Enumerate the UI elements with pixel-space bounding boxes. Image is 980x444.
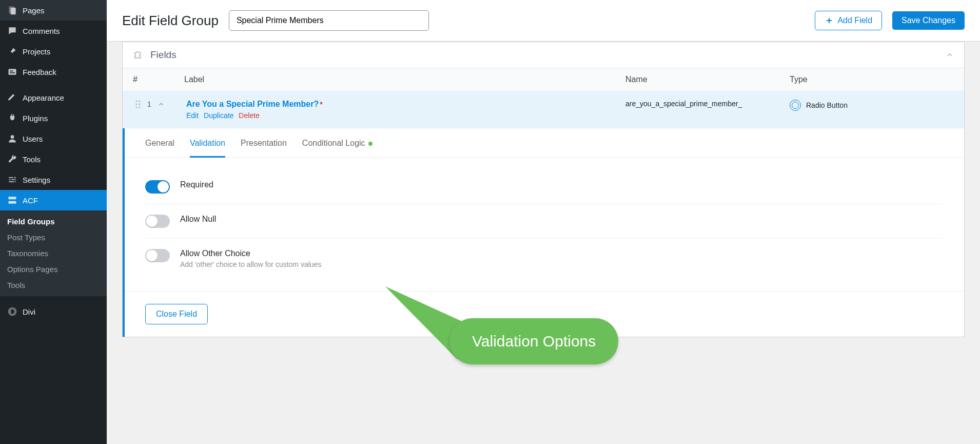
col-name: Name bbox=[625, 75, 790, 84]
sidebar-subitem-tools[interactable]: Tools bbox=[0, 277, 107, 293]
sidebar-subitem-field-groups[interactable]: Field Groups bbox=[0, 214, 107, 229]
brush-icon bbox=[7, 92, 17, 103]
sidebar-submenu: Field Groups Post Types Taxonomies Optio… bbox=[0, 210, 107, 296]
pages-icon bbox=[7, 5, 17, 15]
col-label: Label bbox=[184, 75, 625, 84]
plus-icon bbox=[825, 16, 834, 25]
plug-icon bbox=[7, 113, 17, 123]
chevron-up-icon[interactable] bbox=[158, 101, 165, 108]
field-order: 1 bbox=[147, 100, 151, 108]
sidebar-item-users[interactable]: Users bbox=[0, 128, 107, 149]
col-type: Type bbox=[790, 75, 954, 84]
sidebar-label: Settings bbox=[23, 176, 50, 184]
save-changes-button[interactable]: Save Changes bbox=[892, 11, 965, 30]
duplicate-action[interactable]: Duplicate bbox=[204, 111, 233, 120]
svg-rect-6 bbox=[9, 197, 16, 199]
sidebar-item-appearance[interactable]: Appearance bbox=[0, 87, 107, 108]
svg-point-13 bbox=[136, 107, 138, 108]
sidebar-item-plugins[interactable]: Plugins bbox=[0, 108, 107, 128]
sliders-icon bbox=[7, 175, 17, 185]
sidebar-label: Plugins bbox=[23, 114, 48, 123]
edit-action[interactable]: Edit bbox=[186, 111, 199, 120]
svg-rect-7 bbox=[9, 201, 16, 204]
sidebar-subitem-post-types[interactable]: Post Types bbox=[0, 229, 107, 245]
required-label: Required bbox=[180, 180, 213, 189]
svg-rect-4 bbox=[10, 72, 15, 73]
table-header: # Label Name Type bbox=[123, 68, 964, 91]
allow-null-label: Allow Null bbox=[180, 215, 216, 224]
allow-other-desc: Add 'other' choice to allow for custom v… bbox=[180, 260, 321, 268]
tab-conditional-logic[interactable]: Conditional Logic bbox=[302, 128, 373, 157]
group-name-input[interactable] bbox=[229, 10, 429, 31]
sidebar-item-comments[interactable]: Comments bbox=[0, 21, 107, 41]
sidebar-subitem-taxonomies[interactable]: Taxonomies bbox=[0, 245, 107, 261]
sidebar-label: Projects bbox=[23, 47, 50, 56]
sidebar-item-pages[interactable]: Pages bbox=[0, 0, 107, 21]
field-label-link[interactable]: Are You a Special Prime Member? bbox=[186, 100, 319, 108]
required-toggle[interactable] bbox=[145, 180, 170, 194]
sidebar-label: Appearance bbox=[23, 93, 64, 102]
chevron-up-icon[interactable] bbox=[946, 51, 954, 59]
top-bar: Edit Field Group Add Field Save Changes bbox=[107, 0, 980, 42]
field-name: are_you_a_special_prime_member_ bbox=[625, 100, 790, 108]
sidebar-item-acf[interactable]: ACF bbox=[0, 190, 107, 210]
acf-icon bbox=[7, 195, 17, 205]
radio-type-icon bbox=[790, 100, 801, 111]
sidebar-item-projects[interactable]: Projects bbox=[0, 41, 107, 62]
sidebar-item-divi[interactable]: Divi bbox=[0, 301, 107, 322]
col-hash: # bbox=[133, 75, 184, 84]
svg-point-9 bbox=[136, 101, 138, 102]
tab-general[interactable]: General bbox=[145, 128, 174, 157]
divi-icon bbox=[7, 306, 17, 317]
field-type: Radio Button bbox=[806, 101, 848, 109]
fields-panel: Fields # Label Name Type 1 A bbox=[122, 42, 965, 337]
svg-rect-1 bbox=[11, 8, 16, 14]
required-star: * bbox=[320, 100, 322, 108]
user-icon bbox=[7, 133, 17, 144]
field-editor: General Validation Presentation Conditio… bbox=[123, 128, 964, 337]
sidebar-item-settings[interactable]: Settings bbox=[0, 169, 107, 190]
svg-rect-3 bbox=[10, 71, 13, 72]
svg-point-5 bbox=[11, 135, 14, 139]
sidebar-label: ACF bbox=[23, 196, 38, 205]
sidebar-item-feedback[interactable]: Feedback bbox=[0, 62, 107, 82]
active-dot-icon bbox=[368, 142, 373, 146]
panel-title: Fields bbox=[150, 49, 946, 61]
close-field-button[interactable]: Close Field bbox=[145, 304, 208, 324]
puzzle-icon bbox=[133, 49, 144, 61]
allow-other-toggle[interactable] bbox=[145, 249, 170, 262]
feedback-icon bbox=[7, 67, 17, 77]
tab-presentation[interactable]: Presentation bbox=[241, 128, 287, 157]
comments-icon bbox=[7, 26, 17, 36]
drag-handle-icon[interactable] bbox=[135, 100, 141, 109]
sidebar-item-tools[interactable]: Tools bbox=[0, 149, 107, 169]
sidebar-label: Users bbox=[23, 134, 43, 143]
sidebar-label: Divi bbox=[23, 307, 35, 316]
admin-sidebar: Pages Comments Projects Feedback Appeara… bbox=[0, 0, 107, 444]
page-title: Edit Field Group bbox=[122, 13, 219, 29]
tab-validation[interactable]: Validation bbox=[190, 128, 225, 157]
pin-icon bbox=[7, 46, 17, 56]
field-row[interactable]: 1 Are You a Special Prime Member?* Edit … bbox=[123, 91, 964, 128]
svg-point-11 bbox=[136, 104, 138, 105]
svg-point-12 bbox=[139, 104, 141, 105]
allow-null-toggle[interactable] bbox=[145, 215, 170, 228]
wrench-icon bbox=[7, 154, 17, 164]
svg-point-10 bbox=[139, 101, 141, 102]
delete-action[interactable]: Delete bbox=[239, 111, 259, 120]
sidebar-label: Feedback bbox=[23, 68, 56, 76]
svg-rect-2 bbox=[9, 69, 16, 75]
add-field-button[interactable]: Add Field bbox=[815, 11, 882, 30]
sidebar-label: Comments bbox=[23, 27, 60, 35]
sidebar-subitem-options-pages[interactable]: Options Pages bbox=[0, 261, 107, 277]
sidebar-label: Tools bbox=[23, 155, 41, 164]
allow-other-label: Allow Other Choice bbox=[180, 249, 321, 258]
svg-point-14 bbox=[139, 107, 141, 108]
sidebar-label: Pages bbox=[23, 6, 45, 15]
